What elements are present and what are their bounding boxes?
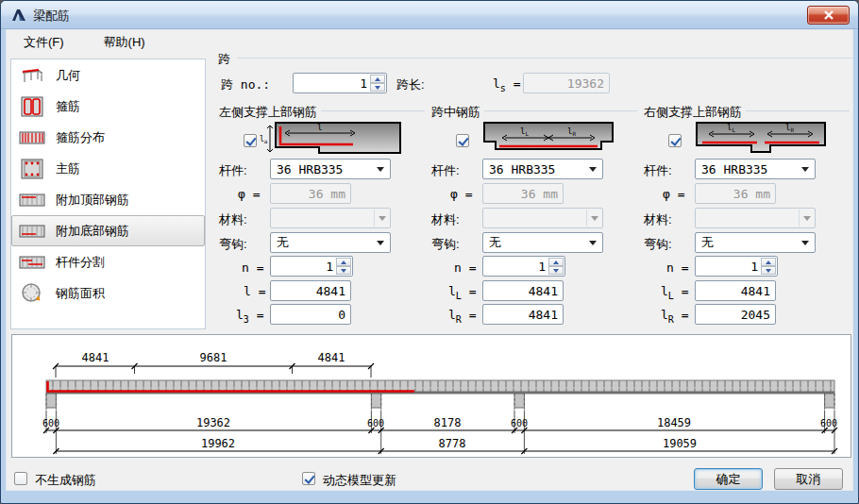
length2-field[interactable]: 2045 [695,304,776,325]
chevron-down-icon [379,216,386,221]
sidebar-item-label: 附加顶部钢筋 [56,192,129,209]
material-label: 材料: [431,211,460,228]
sidebar-item-additional-top-rebar[interactable]: 附加顶部钢筋 [11,184,205,215]
length1-label: lL = [661,284,689,301]
count-label: n = [242,260,263,275]
close-button[interactable] [807,6,850,25]
chevron-down-icon [589,167,597,172]
material-label: 材料: [644,211,672,228]
spin-down-icon[interactable] [761,266,776,275]
count-stepper[interactable]: 1 [482,256,565,277]
svg-text:4841: 4841 [82,351,109,364]
member-select[interactable]: 36 HRB335 [270,159,391,179]
sidebar-item-additional-bottom-rebar[interactable]: 附加底部钢筋 [11,215,205,246]
material-select [482,208,603,228]
count-spin-buttons[interactable] [761,258,776,275]
group-divider [321,110,425,111]
stirrup-distribution-icon [18,126,46,149]
count-stepper[interactable]: 1 [695,256,778,277]
sidebar-item-main-bars[interactable]: 主筋 [11,153,205,184]
group-title: 跨中钢筋 [431,104,480,121]
chevron-down-icon [801,241,809,245]
member-label: 杆件: [219,162,247,179]
hook-select[interactable]: 无 [270,232,391,253]
spin-up-icon[interactable] [761,258,776,266]
length1-field[interactable]: 4841 [482,280,564,301]
menu-file[interactable]: 文件(F) [16,31,72,54]
cancel-button[interactable]: 取消 [774,468,843,490]
length1-field[interactable]: 4841 [270,280,351,301]
main-bars-icon [18,158,46,180]
chevron-down-icon [589,241,597,245]
sidebar-item-label: 几何 [56,67,80,84]
phi-field: 36 mm [695,183,776,204]
member-select[interactable]: 36 HRB335 [695,159,816,179]
length2-label: lR = [661,308,689,325]
span-length-label: 跨长: [396,76,425,93]
span-number-label: 跨 no.: [221,76,270,93]
title-bar[interactable]: 梁配筋 [1,1,858,29]
length2-label: l3 = [236,308,264,325]
span-length-field: 19362 [523,73,610,93]
chevron-down-icon [591,216,598,221]
sidebar-item-label: 杆件分割 [56,254,105,271]
ok-button[interactable]: 确定 [694,468,763,490]
length2-field[interactable]: 4841 [482,304,564,325]
chevron-down-icon [377,167,384,172]
no-generate-rebar-checkbox[interactable] [14,472,27,485]
member-select[interactable]: 36 HRB335 [482,159,603,179]
sidebar-item-stirrup-distribution[interactable]: 箍筋分布 [11,122,205,153]
enable-rebar-checkbox[interactable] [668,134,682,147]
member-label: 杆件: [644,162,672,179]
chevron-down-icon [803,216,811,221]
svg-text:9681: 9681 [200,351,227,364]
spin-up-icon[interactable] [336,258,351,266]
spin-up-icon[interactable] [370,75,385,83]
spin-down-icon[interactable] [370,83,385,92]
rebar-area-icon [18,282,46,305]
hook-select[interactable]: 无 [482,232,603,253]
hook-select[interactable]: 无 [695,232,816,253]
sidebar-item-label: 箍筋 [56,98,80,115]
sidebar-item-label: 钢筋面积 [56,285,105,302]
sidebar-item-rebar-area[interactable]: 钢筋面积 [11,277,205,309]
enable-rebar-checkbox[interactable] [456,134,469,147]
menu-help[interactable]: 帮助(H) [96,31,153,54]
stirrup-icon [18,95,46,118]
chevron-down-icon [801,167,809,172]
sidebar-item-label: 附加底部钢筋 [56,223,129,240]
spin-down-icon[interactable] [336,266,351,275]
spin-down-icon[interactable] [548,266,564,275]
dynamic-model-update-checkbox[interactable] [302,472,315,485]
dialog-body: 文件(F) 帮助(H) 几何 箍筋 箍筋分布 [6,29,853,491]
beam-elevation-preview: 4841 9681 4841 [11,334,851,458]
svg-text:8178: 8178 [434,416,462,429]
count-stepper[interactable]: 1 [270,256,353,277]
category-sidebar: 几何 箍筋 箍筋分布 主筋 [10,59,206,329]
length2-field[interactable]: 0 [270,304,351,325]
phi-label: φ = [663,187,684,201]
enable-rebar-checkbox[interactable] [244,134,257,147]
count-spin-buttons[interactable] [548,258,564,275]
length2-label: lR = [448,308,477,325]
spin-up-icon[interactable] [548,258,564,266]
span-number-spin-buttons[interactable] [370,75,385,92]
sidebar-item-label: 箍筋分布 [56,129,105,146]
close-icon [823,10,834,20]
span-group-title: 跨 [218,51,230,68]
group-divider [484,110,637,111]
sidebar-item-geometry[interactable]: 几何 [11,59,205,91]
material-select [695,208,816,228]
rebar-scheme-mid-span: lL lR [479,117,618,159]
svg-text:18459: 18459 [657,416,691,429]
count-spin-buttons[interactable] [336,258,351,275]
sidebar-item-bar-split[interactable]: 杆件分割 [11,246,205,277]
length1-field[interactable]: 4841 [695,280,776,301]
svg-text:600: 600 [42,418,59,428]
beam-reinforcement-dialog: 梁配筋 文件(F) 帮助(H) 几何 箍筋 [0,0,859,504]
sidebar-item-stirrup[interactable]: 箍筋 [11,91,205,122]
member-value: 36 HRB335 [271,162,343,176]
span-number-stepper[interactable]: 1 [293,73,387,93]
hook-label: 弯钩: [219,236,247,253]
additional-bottom-rebar-icon [18,220,46,243]
